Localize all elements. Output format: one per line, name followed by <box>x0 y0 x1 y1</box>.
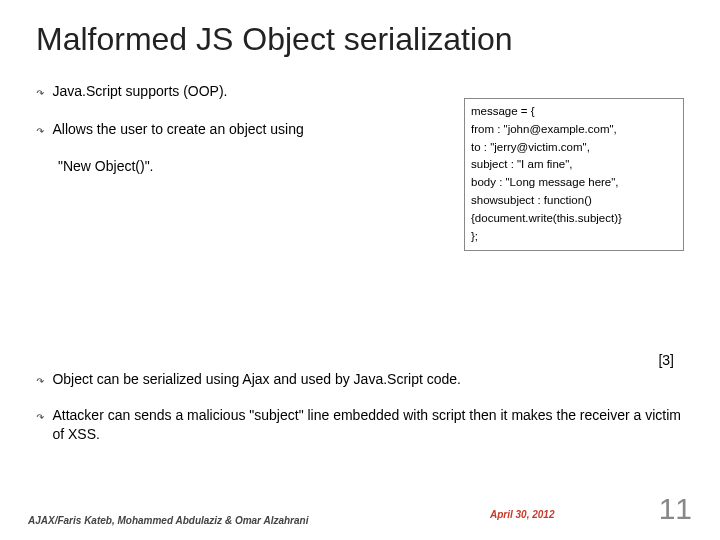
code-line: to : "jerry@victim.com", <box>471 139 677 157</box>
bullet-text: Object can be serialized using Ajax and … <box>52 370 684 390</box>
bullet-glyph-icon: ↷ <box>36 84 44 104</box>
code-line: message = { <box>471 103 677 121</box>
bullet-text: Java.Script supports (OOP). <box>52 82 446 102</box>
bullet-glyph-icon: ↷ <box>36 408 44 428</box>
code-line: from : "john@example.com", <box>471 121 677 139</box>
bullet-continuation: "New Object()". <box>58 158 446 174</box>
slide: Malformed JS Object serialization ↷ Java… <box>0 0 720 540</box>
code-snippet-box: message = { from : "john@example.com", t… <box>464 98 684 251</box>
page-number: 11 <box>659 492 692 526</box>
code-line: subject : "I am fine", <box>471 156 677 174</box>
footer-authors: AJAX/Faris Kateb, Mohammed Abdulaziz & O… <box>28 515 308 526</box>
bullet-item: ↷ Java.Script supports (OOP). <box>36 82 446 104</box>
bullet-glyph-icon: ↷ <box>36 122 44 142</box>
upper-bullets: ↷ Java.Script supports (OOP). ↷ Allows t… <box>36 82 446 173</box>
code-line: showsubject : function() <box>471 192 677 210</box>
lower-bullets: ↷ Object can be serialized using Ajax an… <box>36 370 684 459</box>
bullet-text: Allows the user to create an object usin… <box>52 120 446 140</box>
footer: AJAX/Faris Kateb, Mohammed Abdulaziz & O… <box>28 492 692 526</box>
slide-title: Malformed JS Object serialization <box>36 20 684 58</box>
bullet-item: ↷ Allows the user to create an object us… <box>36 120 446 142</box>
bullet-glyph-icon: ↷ <box>36 372 44 392</box>
citation-ref: [3] <box>658 352 674 368</box>
bullet-text: Attacker can sends a malicious "subject"… <box>52 406 684 445</box>
code-line: body : "Long message here", <box>471 174 677 192</box>
bullet-item: ↷ Attacker can sends a malicious "subjec… <box>36 406 684 445</box>
bullet-item: ↷ Object can be serialized using Ajax an… <box>36 370 684 392</box>
code-line: {document.write(this.subject)} <box>471 210 677 228</box>
code-line: }; <box>471 228 677 246</box>
